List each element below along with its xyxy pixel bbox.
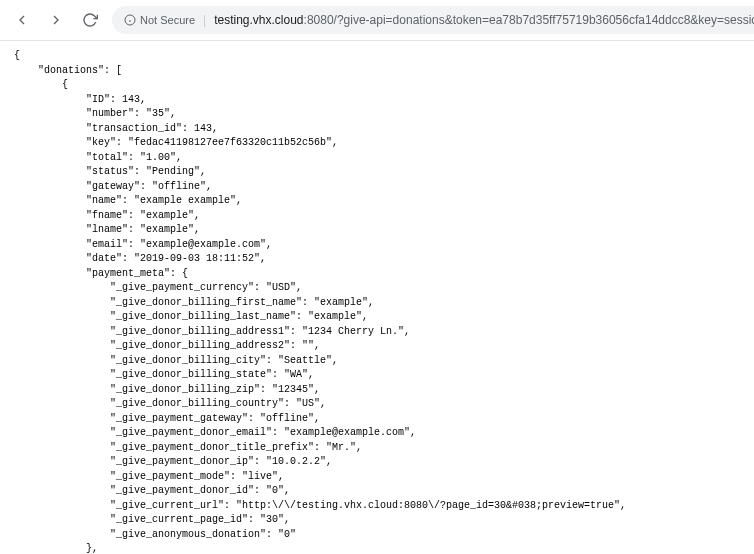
url-text: testing.vhx.cloud:8080/?give-api=donatio… bbox=[214, 13, 754, 27]
address-bar[interactable]: Not Secure | testing.vhx.cloud:8080/?giv… bbox=[112, 6, 754, 34]
url-host: testing.vhx.cloud bbox=[214, 13, 303, 27]
arrow-left-icon bbox=[14, 12, 30, 28]
forward-button[interactable] bbox=[44, 8, 68, 32]
url-path: :8080/?give-api=donations&token=ea78b7d3… bbox=[304, 13, 754, 27]
info-icon bbox=[124, 14, 136, 26]
divider: | bbox=[203, 13, 206, 27]
reload-button[interactable] bbox=[78, 8, 102, 32]
json-response-body: { "donations": [ { "ID": 143, "number": … bbox=[0, 41, 754, 554]
browser-toolbar: Not Secure | testing.vhx.cloud:8080/?giv… bbox=[0, 0, 754, 41]
reload-icon bbox=[82, 12, 98, 28]
arrow-right-icon bbox=[48, 12, 64, 28]
back-button[interactable] bbox=[10, 8, 34, 32]
security-label: Not Secure bbox=[140, 14, 195, 26]
security-indicator[interactable]: Not Secure bbox=[124, 14, 195, 26]
